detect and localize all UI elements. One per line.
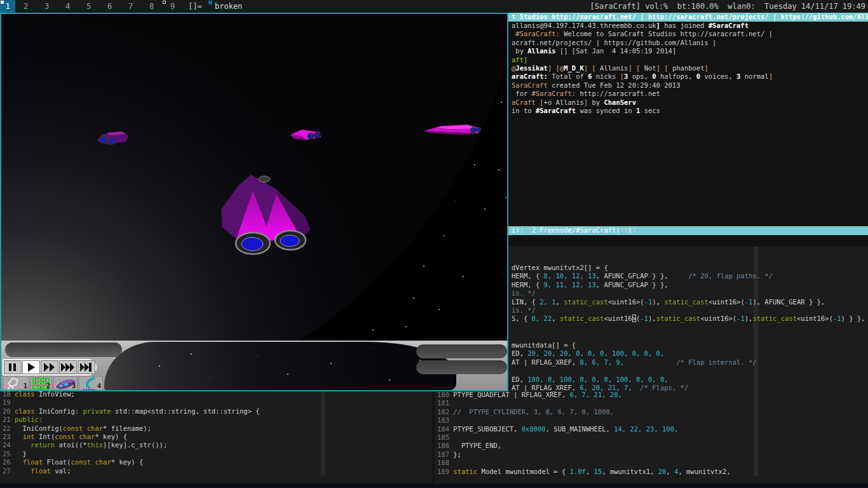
viewer-toolbar: 1 2 [1,341,507,390]
star [463,276,464,277]
tag-label: 1 [5,2,10,11]
tag-label: 5 [86,2,91,11]
statusbar-text: [SaraCraft] vol:% bt:100.0% wlan0: Tuesd… [590,0,865,13]
fast-forward-icon [44,363,55,372]
workspace-tag-3[interactable]: 3 [36,0,57,13]
tool-grid-button[interactable]: 2 [31,376,52,390]
workspace-tag-5[interactable]: 5 [78,0,99,13]
spaceship-small-2 [289,127,322,142]
irc-topic-text: t Studios http://saracraft.net/ | http:/… [512,13,868,21]
star [503,272,503,273]
star [257,356,258,356]
star [484,208,485,210]
code-numbered-lines: 18 class InfoView;1920 class IniConfig: … [3,390,260,475]
tool-grab-button[interactable]: 1 [3,376,29,390]
tag-label: 8 [149,2,154,11]
star [451,330,452,331]
play-icon [27,363,36,372]
fast-forward-2-button[interactable] [59,360,77,374]
star [455,201,456,201]
tag-label: 9 [170,2,175,11]
space-viewport: 1 2 [1,14,507,390]
pause-icon [8,363,17,372]
vim-status-line: "sbre/models.cpp" [dos] 1267L, 48786C wr… [434,476,868,484]
workspace-tags: 123456789 [0,0,183,13]
star [483,299,484,299]
code-fragment-block-2: mwunitdata[] = {ED, 20, 20, 20, 0, 0, 0,… [512,341,757,392]
window-indicator-square [208,1,212,4]
star [389,379,390,381]
spaceship-small-3 [423,122,483,139]
skip-end-button[interactable] [78,360,95,374]
star [370,348,371,348]
pause-button[interactable] [4,360,22,374]
toolbar-space-cutout [104,342,456,390]
info-pill-2[interactable] [416,360,507,374]
workspace-tag-6[interactable]: 6 [99,0,120,13]
star [472,248,473,248]
star [159,365,160,367]
spaceship-small-1 [94,129,131,147]
tag-label: 6 [107,2,112,11]
spaceship-main [216,172,315,257]
workspace-tag-4[interactable]: 4 [57,0,78,13]
tag-label: 4 [65,2,70,11]
fast-forward-2-icon [61,363,75,372]
irc-message-log: allanis@94.197.174.43.threembb.co.uk] ha… [512,22,868,115]
info-pill-1[interactable] [416,344,507,358]
tool-hook-button[interactable]: 4 [79,376,103,390]
star [489,133,490,134]
skip-end-icon [80,363,93,372]
star [191,353,192,355]
vim-status-line: "l3d.h" 103L, 3295C 1,1 Top [0,475,433,484]
model-viewer-window[interactable]: 1 2 [0,13,508,391]
workspace-tag-7[interactable]: 7 [120,0,141,13]
code-numbered-lines: 180 PTYPE_QUADFLAT | RFLAG_XREF, 6, 7, 2… [437,391,731,476]
star [498,169,499,170]
dwm-status-bar: 123456789 []= broken [SaraCraft] vol:% b… [0,0,868,13]
grabber-icon [4,377,22,390]
workspace-tag-9[interactable]: 9 [162,0,183,13]
star [444,235,445,236]
play-button[interactable] [22,360,40,374]
star [501,102,502,103]
workspace-tag-8[interactable]: 8 [141,0,162,13]
tag-label: 7 [128,2,133,11]
playback-controls [3,359,97,376]
star [505,197,506,198]
tag-label: 2 [24,2,28,11]
tool-icon-row: 1 2 [3,376,103,390]
tag-occupied-indicator [163,1,166,4]
star [423,266,424,267]
workspace-tag-2[interactable]: 2 [15,0,36,13]
irc-statusbar-text: i)] [2:Freenode/#SaraCraft(+t)] [512,226,636,234]
tag-occupied-indicator [1,1,4,4]
workspace-tag-1[interactable]: 1 [0,0,15,13]
tag-label: 3 [44,2,49,11]
code-fragment-block-1: dVertex mwunitvtx2[] = {HERM, { 8, 10, 1… [512,264,865,323]
star [287,374,288,375]
star [413,297,414,299]
timeline-slider[interactable] [5,342,122,357]
fast-forward-button[interactable] [41,360,58,374]
star [474,164,475,165]
star [438,309,440,310]
layout-indicator[interactable]: []= [183,0,207,13]
star [405,326,407,327]
star [330,363,332,364]
star [210,376,210,377]
tool-ship-button[interactable]: 3 [53,376,78,390]
focused-window-title: broken [207,0,242,13]
star [372,329,374,330]
